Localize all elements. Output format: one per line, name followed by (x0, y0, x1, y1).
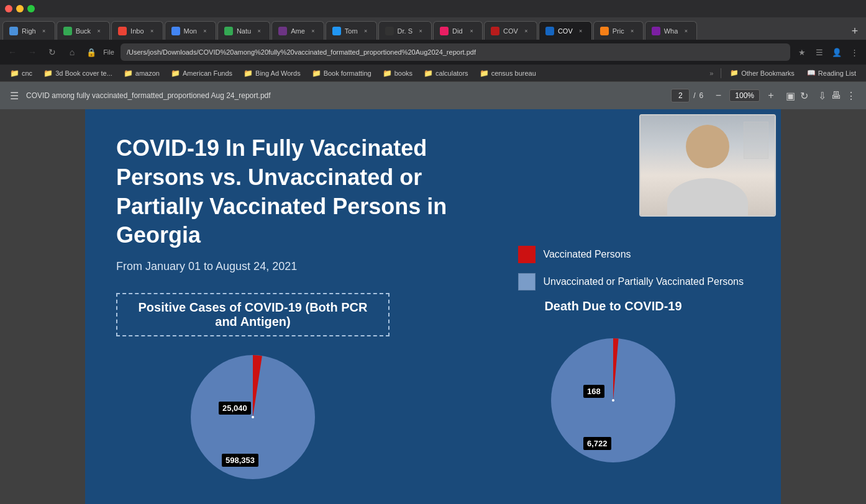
chart1-vaccinated-label: 25,040 (219, 402, 251, 415)
bookmark-3d-book-cover-te...[interactable]: 📁 3d Book cover te... (39, 68, 117, 79)
bookmark-icon: 📁 (424, 69, 433, 78)
maximize-button[interactable] (27, 5, 35, 12)
refresh-button[interactable]: ↻ (45, 45, 60, 60)
tab-cov1[interactable]: COV × (484, 21, 537, 40)
tab-dr-s[interactable]: Dr. S × (378, 21, 432, 40)
chart2-vaccinated-label: 168 (583, 385, 604, 398)
tab-label: COV (503, 27, 518, 35)
fit-page-button[interactable]: ▣ (786, 90, 795, 102)
zoom-in-button[interactable]: + (763, 88, 778, 103)
tab-label: Natu (237, 27, 251, 35)
tab-close[interactable]: × (628, 27, 637, 35)
bookmark-label: books (394, 70, 412, 77)
title-bar (0, 0, 866, 17)
bookmarks-more[interactable]: » (706, 68, 717, 78)
tab-cov2[interactable]: COV × (539, 21, 592, 40)
bookmark-bing-ad-words[interactable]: 📁 Bing Ad Words (239, 68, 306, 79)
menu-icon[interactable]: ⋮ (847, 45, 861, 59)
pdf-content: COVID-19 In Fully Vaccinated Persons vs.… (0, 109, 866, 504)
pdf-toolbar: ☰ COVID among fully vaccinated_formatted… (0, 82, 866, 109)
tab-pric[interactable]: Pric × (593, 21, 644, 40)
bookmarks-bar: 📁 cnc 📁 3d Book cover te... 📁 amazon 📁 A… (0, 65, 866, 82)
chart2-title: Death Due to COVID-19 (520, 293, 706, 320)
tab-righ[interactable]: Righ × (2, 21, 55, 40)
slide-title: COVID-19 In Fully Vaccinated Persons vs.… (116, 134, 476, 250)
tab-favicon (171, 27, 180, 35)
tab-ame[interactable]: Ame × (271, 21, 324, 40)
bookmark-cnc[interactable]: 📁 cnc (5, 68, 37, 79)
new-tab-button[interactable]: + (846, 22, 864, 40)
video-overlay (639, 114, 776, 217)
tab-close[interactable]: × (148, 27, 157, 35)
tab-bar: Righ × Buck × Inbo × Mon × Natu × Ame × … (0, 17, 866, 40)
bookmark-calculators[interactable]: 📁 calculators (419, 68, 473, 79)
close-button[interactable] (5, 5, 12, 12)
tab-favicon (278, 27, 287, 35)
tab-favicon (9, 27, 18, 35)
other-bookmarks[interactable]: 📁 Other Bookmarks (725, 68, 800, 78)
bookmark-label: amazon (135, 70, 160, 77)
tab-what[interactable]: Wha × (645, 21, 698, 40)
tab-close[interactable]: × (309, 27, 317, 35)
tab-close[interactable]: × (201, 27, 209, 35)
tab-label: Ame (291, 27, 305, 35)
home-button[interactable]: ⌂ (65, 45, 80, 60)
print-button[interactable]: 🖶 (831, 90, 841, 101)
tab-favicon (63, 27, 72, 35)
tab-buck[interactable]: Buck × (57, 21, 110, 40)
url-input[interactable] (121, 43, 790, 61)
tab-close[interactable]: × (362, 27, 370, 35)
tab-mon[interactable]: Mon × (165, 21, 216, 40)
more-options-button[interactable]: ⋮ (846, 90, 856, 102)
chart1-unvaccinated-label: 598,353 (222, 454, 258, 467)
bookmark-star-icon[interactable]: ★ (795, 45, 809, 59)
tab-close[interactable]: × (681, 27, 690, 35)
chart2-unvaccinated-label: 6,722 (583, 437, 611, 450)
reading-list[interactable]: 📖 Reading List (802, 68, 861, 78)
tab-favicon (332, 27, 341, 35)
bookmark-icon: 📁 (383, 69, 392, 78)
zoom-out-button[interactable]: − (711, 88, 726, 103)
tab-label: Mon (184, 27, 197, 35)
bookmark-books[interactable]: 📁 books (378, 68, 417, 79)
tab-close[interactable]: × (522, 27, 531, 35)
tab-natu[interactable]: Natu × (217, 21, 270, 40)
chart2-container: Death Due to COVID-19 168 6,722 (476, 293, 750, 469)
tab-did[interactable]: Did × (433, 21, 483, 40)
forward-button[interactable]: → (25, 45, 40, 60)
minimize-button[interactable] (16, 5, 24, 12)
bookmark-icon: 📁 (124, 69, 133, 78)
bookmark-amazon[interactable]: 📁 amazon (119, 68, 165, 79)
pdf-zoom: − 100% + (711, 88, 778, 103)
lock-icon: 🔒 (84, 45, 98, 59)
tab-close[interactable]: × (577, 27, 585, 35)
bookmark-american-funds[interactable]: 📁 American Funds (166, 68, 237, 79)
tab-label: COV (558, 27, 573, 35)
tab-close[interactable]: × (467, 27, 476, 35)
tab-label: Righ (22, 27, 36, 35)
tab-label: Inbo (130, 27, 144, 35)
bookmark-book-formatting[interactable]: 📁 Book formatting (307, 68, 376, 79)
profile-icon[interactable]: 👤 (830, 45, 844, 59)
bookmark-census-bureau[interactable]: 📁 census bureau (475, 68, 541, 79)
back-button[interactable]: ← (5, 45, 20, 60)
tab-tom[interactable]: Tom × (326, 21, 377, 40)
pdf-total-pages: 6 (700, 91, 704, 100)
chart1-container: Positive Cases of COVID-19 (Both PCR and… (116, 293, 390, 485)
rotate-button[interactable]: ↻ (800, 90, 808, 102)
download-button[interactable]: ⇩ (818, 90, 826, 102)
video-body (667, 178, 748, 217)
tab-close[interactable]: × (40, 27, 48, 35)
pdf-menu-button[interactable]: ☰ (10, 90, 19, 102)
extensions-icon[interactable]: ☰ (813, 45, 826, 59)
video-background-detail (744, 122, 768, 159)
tab-label: Wha (664, 27, 678, 35)
legend-vaccinated-label: Vaccinated Persons (543, 249, 631, 260)
tab-label: Tom (345, 27, 358, 35)
pdf-page-input[interactable] (671, 89, 690, 102)
tab-inbo[interactable]: Inbo × (111, 21, 163, 40)
video-head (686, 125, 729, 168)
tab-close[interactable]: × (416, 27, 425, 35)
tab-close[interactable]: × (94, 27, 103, 35)
tab-close[interactable]: × (255, 27, 263, 35)
